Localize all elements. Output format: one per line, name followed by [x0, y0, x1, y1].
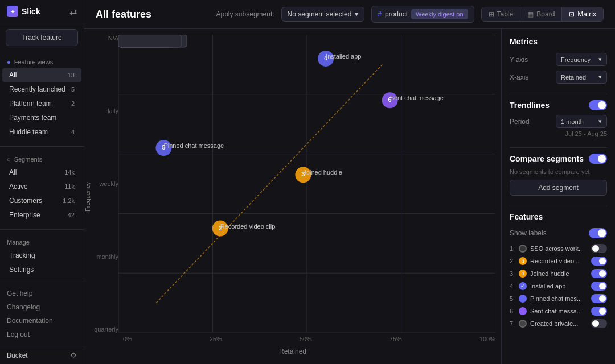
no-segments-text: No segments to compare yet	[510, 168, 607, 175]
sidebar-segment-customers[interactable]: Customers 1.2k	[2, 194, 81, 208]
period-select-value: 1 month	[561, 118, 584, 125]
trendlines-section: Trendlines Period 1 month ▾ Jul 25 - Aug…	[510, 100, 607, 137]
y-label-na: N/A	[91, 35, 118, 42]
add-segment-button[interactable]: Add segment	[510, 180, 607, 196]
sidebar-footer: Get help Changelog Documentation Log out	[0, 282, 84, 346]
x-tick-0: 0%	[123, 336, 132, 342]
feature-toggle-7[interactable]	[591, 319, 607, 328]
feature-toggle-5[interactable]	[591, 294, 607, 303]
feature-views-section: ● Feature views All 13 Recently launched…	[0, 52, 84, 144]
x-axis-ticks: 0% 25% 50% 75% 100%	[123, 336, 495, 342]
sidebar-item-huddle-team-label: Huddle team	[9, 128, 48, 136]
sidebar-segment-enterprise-count: 42	[68, 212, 75, 218]
track-feature-button[interactable]: Track feature	[6, 29, 78, 46]
sidebar-item-recently-launched[interactable]: Recently launched 5	[2, 82, 81, 96]
y-axis-labels: N/A daily weekly monthly quarterly	[91, 35, 118, 333]
app-name: Slick	[22, 7, 40, 16]
segment-select[interactable]: No segment selected ▾	[281, 7, 365, 22]
sidebar-segment-enterprise[interactable]: Enterprise 42	[2, 208, 81, 222]
feature-dot-3: ℹ	[519, 270, 527, 278]
segments-label: Segments	[14, 156, 43, 163]
feature-item-1: 1 SSO across work...	[510, 244, 607, 253]
sidebar-item-huddle-team[interactable]: Huddle team 4	[2, 125, 81, 139]
sidebar-item-all-count: 13	[68, 72, 75, 78]
y-axis-title: Frequency	[84, 182, 92, 212]
segments-header: ○ Segments	[0, 154, 84, 165]
tab-table-label: Table	[497, 10, 514, 18]
svg-text:Pinned chat message: Pinned chat message	[163, 142, 224, 149]
tab-board[interactable]: ▦ Board	[520, 7, 562, 21]
show-labels-toggle[interactable]	[589, 228, 607, 238]
view-tabs: ⊞ Table ▦ Board ⊡ Matrix	[481, 7, 604, 22]
feature-dot-6	[519, 307, 527, 315]
compare-segments-toggle[interactable]	[589, 154, 607, 164]
period-select[interactable]: 1 month ▾	[556, 115, 607, 128]
table-icon: ⊞	[489, 10, 494, 18]
matrix-icon: ⊡	[569, 10, 575, 18]
metrics-title: Metrics	[510, 37, 607, 46]
sidebar-segment-all[interactable]: All 14k	[2, 166, 81, 179]
period-row: Period 1 month ▾	[510, 115, 607, 128]
tab-table[interactable]: ⊞ Table	[482, 7, 521, 21]
content-area: 4 Installed app 6 Sent chat message 5 Pi…	[84, 29, 615, 364]
sidebar-header: ✦ Slick ⇄	[0, 0, 84, 23]
x-axis-row: X-axis Retained ▾	[510, 71, 607, 84]
sidebar-item-platform-team-label: Platform team	[9, 100, 52, 107]
sidebar-segment-customers-count: 1.2k	[63, 197, 75, 204]
features-title: Features	[510, 212, 607, 221]
sidebar-item-payments-team[interactable]: Payments team	[2, 111, 81, 125]
log-out-link[interactable]: Log out	[0, 328, 84, 341]
sidebar-segment-active[interactable]: Active 11k	[2, 180, 81, 193]
bucket-label: Bucket	[7, 351, 28, 359]
svg-text:Sent chat message: Sent chat message	[390, 94, 444, 101]
feature-dot-2: ℹ	[519, 257, 527, 265]
y-label-daily: daily	[91, 107, 118, 114]
feature-toggle-3[interactable]	[591, 269, 607, 278]
compare-segments-title: Compare segments	[510, 154, 584, 163]
feature-toggle-6[interactable]	[591, 307, 607, 316]
gear-icon[interactable]: ⚙	[70, 351, 77, 359]
feature-views-header: ● Feature views	[0, 56, 84, 68]
svg-rect-25	[118, 35, 181, 47]
y-axis-chevron-icon: ▾	[598, 56, 602, 63]
tab-matrix[interactable]: ⊡ Matrix	[562, 7, 603, 21]
sidebar-item-all[interactable]: All 13	[2, 68, 81, 82]
sidebar-segment-enterprise-label: Enterprise	[9, 211, 40, 219]
y-label-quarterly: quarterly	[91, 326, 118, 333]
y-axis-select-value: Frequency	[561, 56, 591, 63]
sidebar-settings[interactable]: Settings	[2, 263, 81, 276]
y-label-monthly: monthly	[91, 253, 118, 260]
x-axis-chevron-icon: ▾	[598, 73, 602, 81]
trendlines-toggle[interactable]	[589, 100, 607, 110]
sidebar-tracking[interactable]: Tracking	[2, 249, 81, 262]
svg-text:Joined huddle: Joined huddle	[303, 169, 342, 176]
y-axis-select[interactable]: Frequency ▾	[556, 53, 607, 66]
manage-section: Manage Tracking Settings	[0, 232, 84, 282]
feature-views-label: Feature views	[14, 59, 53, 65]
get-help-link[interactable]: Get help	[0, 287, 84, 300]
x-axis-select[interactable]: Retained ▾	[556, 71, 607, 84]
feature-name-1: SSO across work...	[530, 245, 588, 252]
collapse-button[interactable]: ⇄	[69, 6, 77, 17]
feature-toggle-4[interactable]	[591, 282, 607, 291]
subsegment-label: Apply subsegment:	[216, 10, 274, 18]
manage-label: Manage	[7, 239, 30, 246]
x-tick-50: 50%	[300, 336, 312, 342]
sidebar-item-platform-team[interactable]: Platform team 2	[2, 97, 81, 110]
documentation-link[interactable]: Documentation	[0, 314, 84, 328]
feature-dot-5	[519, 295, 527, 303]
topbar: All features Apply subsegment: No segmen…	[84, 0, 615, 29]
feature-item-4: 4 ✓ Installed app	[510, 282, 607, 291]
changelog-link[interactable]: Changelog	[0, 300, 84, 314]
scatter-chart: 4 Installed app 6 Sent chat message 5 Pi…	[118, 35, 495, 333]
svg-line-11	[156, 64, 382, 303]
y-axis-row: Y-axis Frequency ▾	[510, 53, 607, 66]
page-title: All features	[96, 9, 210, 20]
sidebar: ✦ Slick ⇄ Track feature ● Feature views …	[0, 0, 84, 364]
sidebar-segment-active-count: 11k	[64, 183, 75, 190]
compare-segments-section: Compare segments No segments to compare …	[510, 154, 607, 196]
feature-toggle-1[interactable]	[591, 244, 607, 253]
trendlines-title: Trendlines	[510, 101, 550, 110]
feature-toggle-2[interactable]	[591, 257, 607, 266]
sidebar-item-recently-launched-label: Recently launched	[9, 85, 65, 93]
